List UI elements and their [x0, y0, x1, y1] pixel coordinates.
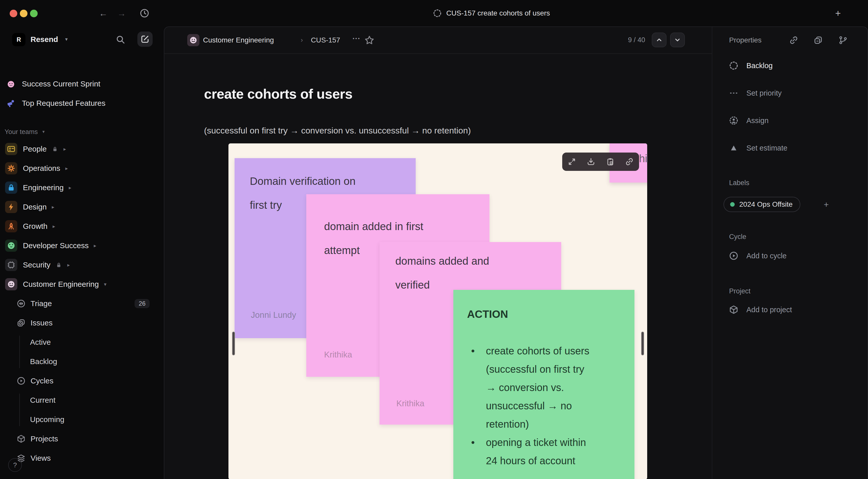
- note-author: Krithika: [396, 398, 424, 408]
- issue-title[interactable]: create cohorts of users: [204, 86, 352, 102]
- breadcrumb-team[interactable]: Customer Engineering: [203, 36, 274, 44]
- forward-button[interactable]: →: [115, 7, 128, 20]
- triage-count-badge: 26: [134, 299, 150, 308]
- sidebar-item-projects[interactable]: Projects: [0, 429, 164, 448]
- status-label: Backlog: [746, 62, 773, 70]
- window-title: CUS-157 create cohorts of users: [433, 0, 550, 26]
- nav-label: Backlog: [30, 357, 57, 366]
- lock-icon: [5, 182, 17, 194]
- team-label: Design: [23, 203, 46, 211]
- note-title: ACTION: [467, 308, 508, 320]
- sidebar-item-triage[interactable]: Triage 26: [0, 294, 164, 313]
- image-toolbar: [562, 153, 639, 171]
- breadcrumb-separator: ›: [301, 36, 303, 44]
- chevron-right-icon: ▸: [53, 223, 55, 229]
- breadcrumb-issue-id[interactable]: CUS-157: [311, 36, 340, 44]
- sidebar-item-backlog[interactable]: Backlog: [0, 352, 164, 371]
- nav-label: Issues: [31, 319, 53, 327]
- assign-label: Assign: [746, 117, 769, 125]
- close-window-button[interactable]: [10, 10, 17, 17]
- estimate-label: Set estimate: [746, 144, 787, 152]
- team-label: People: [23, 145, 46, 153]
- chevron-right-icon: ▸: [94, 243, 96, 249]
- note-text: create cohorts of users(successful on fi…: [467, 342, 589, 470]
- link-icon[interactable]: [622, 154, 637, 169]
- lock-icon: [56, 262, 62, 268]
- add-label-button[interactable]: +: [820, 198, 833, 211]
- sidebar-team-customer-engineering[interactable]: Customer Engineering ▾: [0, 275, 164, 294]
- attached-image[interactable]: Domain verification onfirst try Jonni Lu…: [228, 143, 647, 479]
- your-teams-label: Your teams: [5, 128, 38, 136]
- copy-to-clipboard-icon[interactable]: [603, 154, 618, 169]
- estimate-selector[interactable]: Set estimate: [729, 143, 787, 153]
- your-teams-header[interactable]: Your teams ▾: [0, 124, 164, 139]
- labels-header: Labels: [729, 179, 749, 187]
- people-team-icon: [5, 143, 17, 155]
- add-to-project-button[interactable]: Add to project: [729, 305, 792, 314]
- team-label: Engineering: [23, 183, 64, 192]
- copy-id-icon[interactable]: [813, 36, 823, 45]
- smiley-emoji-icon: [187, 34, 199, 46]
- main-panel: Customer Engineering › CUS-157 ••• 9 / 4…: [164, 26, 868, 479]
- label-name: 2024 Ops Offsite: [739, 200, 793, 209]
- issues-subgroup: Active Backlog: [0, 332, 164, 371]
- help-button[interactable]: ?: [8, 458, 22, 472]
- sidebar-item-success-current-sprint[interactable]: Success Current Sprint: [0, 77, 164, 94]
- sidebar-item-views[interactable]: Views: [0, 448, 164, 468]
- sidebar-team-growth[interactable]: Growth ▸: [0, 217, 164, 236]
- history-icon[interactable]: [138, 7, 151, 20]
- backlog-status-icon: [433, 9, 442, 18]
- cycles-icon: [17, 377, 25, 385]
- minimize-window-button[interactable]: [20, 10, 28, 17]
- new-issue-button[interactable]: [137, 32, 153, 47]
- image-resize-handle-left[interactable]: [232, 331, 235, 355]
- sidebar-team-operations[interactable]: Operations ▸: [0, 159, 164, 178]
- download-icon[interactable]: [583, 154, 598, 169]
- more-actions-button[interactable]: •••: [349, 32, 364, 46]
- expand-image-icon[interactable]: [564, 154, 580, 169]
- sidebar-item-current[interactable]: Current: [0, 390, 164, 410]
- previous-issue-button[interactable]: [652, 33, 666, 47]
- git-branch-icon[interactable]: [838, 36, 848, 45]
- nav-label: Views: [31, 454, 51, 462]
- sidebar-item-cycles[interactable]: Cycles: [0, 371, 164, 390]
- estimate-triangle-icon: [729, 143, 738, 153]
- cycle-icon: [729, 251, 738, 260]
- sidebar-item-upcoming[interactable]: Upcoming: [0, 410, 164, 429]
- label-chip[interactable]: 2024 Ops Offsite: [723, 197, 800, 212]
- copy-link-icon[interactable]: [789, 36, 798, 45]
- sidebar-team-developer-success[interactable]: Developer Success ▸: [0, 236, 164, 255]
- sidebar-item-issues[interactable]: Issues: [0, 313, 164, 332]
- cube-icon: [17, 435, 25, 443]
- workspace-name[interactable]: Resend: [31, 35, 58, 44]
- smiley-emoji-icon: [5, 278, 17, 290]
- sidebar-item-label: Success Current Sprint: [22, 79, 100, 88]
- search-icon[interactable]: [116, 35, 125, 44]
- sidebar-team-design[interactable]: Design ▸: [0, 197, 164, 217]
- chevron-down-icon: ▾: [42, 129, 45, 134]
- sidebar: R Resend ▾ Success Current Sprint Top Re…: [0, 26, 164, 479]
- priority-selector[interactable]: Set priority: [729, 89, 782, 98]
- add-to-cycle-button[interactable]: Add to cycle: [729, 251, 786, 260]
- bolt-icon: [5, 201, 17, 213]
- sidebar-item-active[interactable]: Active: [0, 332, 164, 352]
- chip-icon: [5, 259, 17, 271]
- next-issue-button[interactable]: [670, 33, 685, 47]
- workspace-switcher[interactable]: R Resend ▾: [0, 33, 164, 49]
- status-selector[interactable]: Backlog: [729, 61, 773, 70]
- sidebar-team-engineering[interactable]: Engineering ▸: [0, 178, 164, 197]
- issue-description[interactable]: (successful on first try → conversion vs…: [204, 126, 471, 135]
- sidebar-team-people[interactable]: People ▸: [0, 139, 164, 159]
- assignee-selector[interactable]: Assign: [729, 116, 769, 125]
- window-title-text: CUS-157 create cohorts of users: [446, 9, 550, 17]
- sidebar-item-top-requested-features[interactable]: Top Requested Features: [0, 94, 164, 113]
- new-tab-button[interactable]: +: [831, 6, 845, 20]
- back-button[interactable]: ←: [97, 7, 110, 20]
- workspace-logo[interactable]: R: [12, 33, 25, 46]
- zoom-window-button[interactable]: [30, 10, 38, 17]
- image-resize-handle-right[interactable]: [641, 331, 644, 355]
- favorite-star-icon[interactable]: [364, 35, 374, 45]
- nav-label: Current: [30, 396, 56, 405]
- sidebar-team-security[interactable]: Security ▸: [0, 255, 164, 275]
- chevron-right-icon: ▸: [52, 204, 54, 210]
